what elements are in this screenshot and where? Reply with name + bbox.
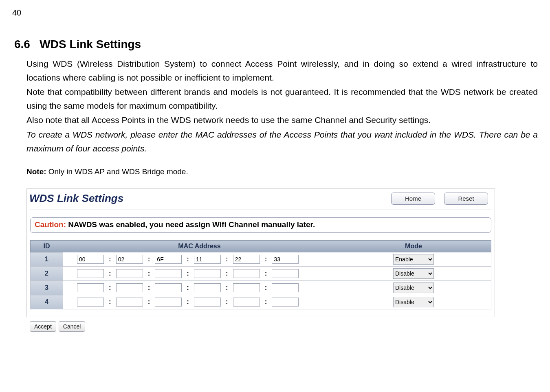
mode-cell: EnableDisable — [336, 252, 491, 267]
body-paragraph-2: Note that compatibility between differen… — [26, 85, 538, 112]
mac-segment-input[interactable] — [233, 255, 260, 264]
note-text: Only in WDS AP and WDS Bridge mode. — [46, 167, 188, 176]
mode-select[interactable]: EnableDisable — [393, 297, 434, 307]
mac-cell: ::::: — [63, 295, 336, 309]
cancel-button[interactable]: Cancel — [59, 321, 86, 332]
mac-segment-input[interactable] — [155, 283, 182, 292]
caution-label: Caution: — [35, 220, 66, 229]
mac-colon: : — [262, 298, 271, 306]
mac-colon: : — [145, 298, 154, 306]
mac-segment-input[interactable] — [272, 255, 299, 264]
page-number: 40 — [12, 8, 538, 18]
row-id: 3 — [31, 281, 63, 295]
bottom-buttons: Accept Cancel — [30, 321, 538, 332]
mac-cell: ::::: — [63, 252, 336, 267]
mac-segment-input[interactable] — [194, 269, 221, 278]
mac-colon: : — [222, 284, 231, 292]
col-header-id: ID — [31, 241, 63, 252]
mode-cell: EnableDisable — [336, 267, 491, 281]
mac-segment-input[interactable] — [77, 269, 104, 278]
accept-button[interactable]: Accept — [30, 321, 56, 332]
mac-colon: : — [145, 255, 154, 263]
mac-segment-input[interactable] — [116, 269, 143, 278]
divider — [30, 210, 491, 210]
mac-segment-input[interactable] — [116, 283, 143, 292]
mac-colon: : — [106, 284, 114, 292]
mac-colon: : — [183, 269, 192, 278]
mac-cell: ::::: — [63, 281, 336, 295]
mac-colon: : — [183, 255, 192, 263]
col-header-mac: MAC Address — [63, 241, 336, 252]
mode-select[interactable]: EnableDisable — [393, 283, 434, 293]
mode-cell: EnableDisable — [336, 281, 491, 295]
mac-segment-input[interactable] — [77, 298, 104, 307]
mac-segment-input[interactable] — [116, 255, 143, 264]
mac-colon: : — [222, 255, 231, 263]
mac-colon: : — [222, 269, 231, 278]
caution-text: NAWDS was enabled, you need assign Wifi … — [66, 220, 315, 229]
panel-title: WDS Link Settings — [29, 192, 123, 205]
mac-segment-input[interactable] — [77, 255, 104, 264]
note-label: Note: — [26, 167, 46, 176]
mac-segment-input[interactable] — [272, 298, 299, 307]
mac-segment-input[interactable] — [77, 283, 104, 292]
wds-table: ID MAC Address Mode 1:::::EnableDisable2… — [30, 240, 491, 309]
panel-header: WDS Link Settings Home Reset — [27, 189, 495, 210]
home-button[interactable]: Home — [391, 193, 435, 205]
mac-segment-input[interactable] — [155, 269, 182, 278]
table-row: 3:::::EnableDisable — [31, 281, 491, 295]
panel-header-buttons: Home Reset — [391, 193, 488, 205]
body-paragraph-1: Using WDS (Wireless Distribution System)… — [26, 57, 538, 84]
row-id: 2 — [31, 267, 63, 281]
mac-colon: : — [222, 298, 231, 306]
mac-segment-input[interactable] — [155, 298, 182, 307]
mac-colon: : — [106, 269, 114, 278]
mac-colon: : — [106, 298, 114, 306]
mac-segment-input[interactable] — [194, 255, 221, 264]
table-row: 1:::::EnableDisable — [31, 252, 491, 267]
table-row: 2:::::EnableDisable — [31, 267, 491, 281]
row-id: 4 — [31, 295, 63, 309]
note-line: Note: Only in WDS AP and WDS Bridge mode… — [26, 167, 538, 176]
section-number: 6.6 — [14, 38, 30, 50]
mac-segment-input[interactable] — [194, 298, 221, 307]
mac-segment-input[interactable] — [233, 298, 260, 307]
section-title: 6.6 WDS Link Settings — [14, 38, 538, 51]
mac-colon: : — [183, 284, 192, 292]
table-row: 4:::::EnableDisable — [31, 295, 491, 309]
body-paragraph-4-italic: To create a WDS network, please enter th… — [26, 128, 538, 155]
reset-button[interactable]: Reset — [444, 193, 488, 205]
mac-colon: : — [262, 269, 271, 278]
mac-colon: : — [106, 255, 114, 263]
mac-colon: : — [183, 298, 192, 306]
mode-select[interactable]: EnableDisable — [393, 268, 434, 279]
mac-segment-input[interactable] — [272, 269, 299, 278]
divider — [30, 317, 491, 317]
mac-segment-input[interactable] — [233, 283, 260, 292]
mac-colon: : — [145, 284, 154, 292]
caution-box: Caution: NAWDS was enabled, you need ass… — [30, 217, 491, 233]
col-header-mode: Mode — [336, 241, 491, 252]
mac-segment-input[interactable] — [233, 269, 260, 278]
mac-colon: : — [262, 255, 271, 263]
section-heading: WDS Link Settings — [40, 38, 141, 50]
mac-colon: : — [145, 269, 154, 278]
table-header-row: ID MAC Address Mode — [31, 241, 491, 252]
mac-cell: ::::: — [63, 267, 336, 281]
mode-select[interactable]: EnableDisable — [393, 254, 434, 265]
mac-segment-input[interactable] — [272, 283, 299, 292]
wds-panel: WDS Link Settings Home Reset Caution: NA… — [26, 188, 495, 317]
mac-segment-input[interactable] — [116, 298, 143, 307]
mac-segment-input[interactable] — [194, 283, 221, 292]
mac-colon: : — [262, 284, 271, 292]
body-paragraph-3: Also note that all Access Points in the … — [26, 113, 538, 127]
row-id: 1 — [31, 252, 63, 267]
mode-cell: EnableDisable — [336, 295, 491, 309]
mac-segment-input[interactable] — [155, 255, 182, 264]
